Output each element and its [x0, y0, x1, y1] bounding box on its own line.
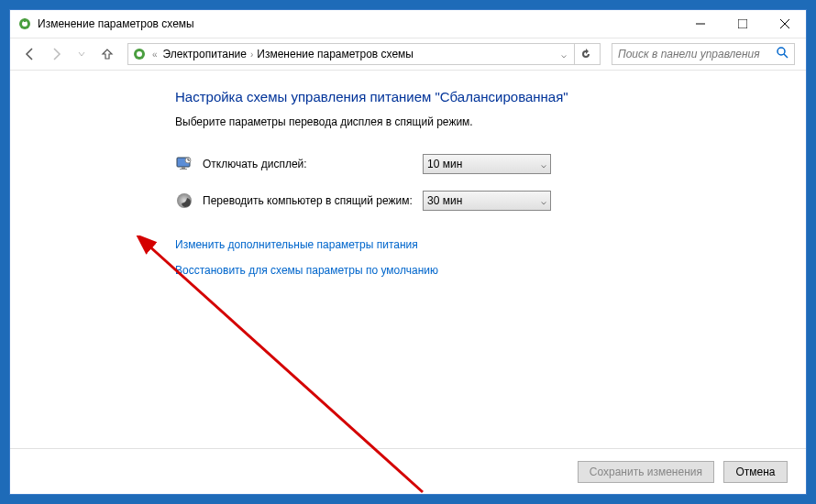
svg-rect-12: [182, 167, 185, 169]
sleep-value: 30 мин: [427, 194, 462, 207]
nav-recent-dropdown[interactable]: [72, 45, 91, 63]
window-title: Изменение параметров схемы: [38, 17, 679, 30]
svg-point-9: [777, 48, 785, 55]
nav-forward-button[interactable]: [47, 45, 65, 63]
svg-rect-13: [180, 169, 187, 170]
svg-line-10: [784, 54, 788, 58]
cancel-button[interactable]: Отмена: [723, 461, 788, 483]
search-icon: [776, 46, 788, 62]
monitor-icon: [175, 155, 193, 173]
chevron-down-icon: ⌵: [541, 159, 546, 170]
sleep-select[interactable]: 30 мин ⌵: [423, 191, 551, 211]
chevron-down-icon: ⌵: [541, 196, 546, 206]
display-off-label: Отключать дисплей:: [203, 158, 414, 170]
titlebar: Изменение параметров схемы: [10, 10, 806, 38]
svg-rect-4: [738, 19, 747, 28]
sleep-label: Переводить компьютер в спящий режим:: [203, 194, 414, 207]
refresh-button[interactable]: [574, 44, 596, 64]
breadcrumb-separator: «: [152, 49, 158, 60]
address-bar[interactable]: « Электропитание › Изменение параметров …: [127, 43, 601, 65]
page-heading: Настройка схемы управления питанием "Сба…: [175, 89, 806, 104]
maximize-button[interactable]: [722, 10, 764, 38]
display-off-value: 10 мин: [427, 158, 462, 170]
display-off-setting: Отключать дисплей: 10 мин ⌵: [175, 154, 806, 174]
breadcrumb: Электропитание › Изменение параметров сх…: [163, 48, 552, 60]
page-description: Выберите параметры перевода дисплея в сп…: [175, 115, 806, 128]
svg-point-8: [137, 51, 142, 57]
sleep-icon: [175, 192, 193, 210]
breadcrumb-edit-plan[interactable]: Изменение параметров схемы: [257, 48, 414, 60]
power-plan-icon: [17, 16, 32, 31]
restore-defaults-link[interactable]: Восстановить для схемы параметры по умол…: [175, 264, 806, 277]
svg-rect-2: [24, 18, 26, 22]
links-section: Изменить дополнительные параметры питани…: [175, 238, 806, 277]
search-input[interactable]: [618, 48, 770, 60]
nav-back-button[interactable]: [21, 45, 39, 63]
chevron-right-icon: ›: [250, 49, 253, 60]
power-plan-icon: [132, 47, 147, 61]
control-panel-window: Изменение параметров схемы: [9, 9, 807, 495]
close-button[interactable]: [764, 10, 806, 38]
minimize-button[interactable]: [679, 10, 722, 38]
address-dropdown-icon[interactable]: ⌵: [557, 49, 570, 60]
search-box[interactable]: [612, 43, 795, 65]
content-area: Настройка схемы управления питанием "Сба…: [10, 71, 806, 448]
advanced-settings-link[interactable]: Изменить дополнительные параметры питани…: [175, 238, 806, 251]
window-controls: [679, 10, 806, 38]
sleep-setting: Переводить компьютер в спящий режим: 30 …: [175, 191, 806, 211]
footer-bar: Сохранить изменения Отмена: [10, 448, 806, 494]
breadcrumb-power-options[interactable]: Электропитание: [163, 48, 247, 60]
nav-up-button[interactable]: [98, 45, 116, 63]
save-button: Сохранить изменения: [578, 461, 714, 483]
navigation-bar: « Электропитание › Изменение параметров …: [10, 38, 806, 71]
display-off-select[interactable]: 10 мин ⌵: [423, 154, 551, 174]
